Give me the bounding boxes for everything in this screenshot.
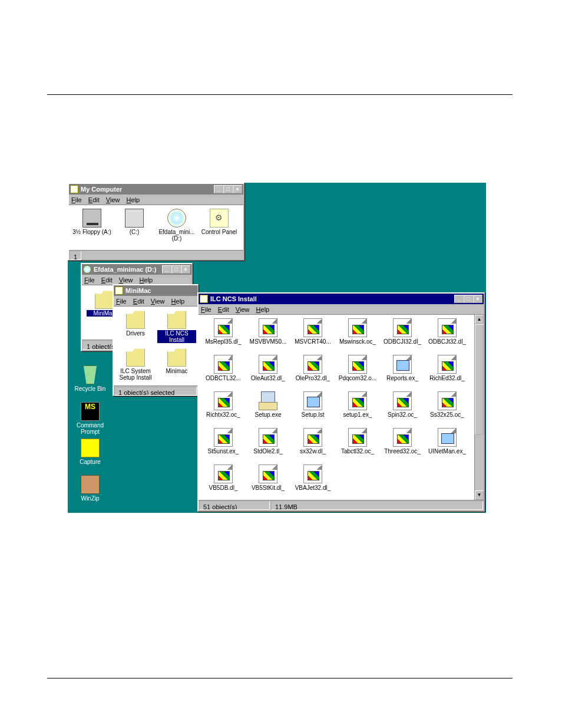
desktop-capture[interactable]: Capture: [72, 439, 108, 465]
folder-drivers[interactable]: Drivers: [116, 310, 155, 337]
icon-label: Spin32.oc_: [381, 411, 424, 418]
maximize-button[interactable]: □: [171, 265, 181, 274]
dll-icon: [259, 465, 277, 483]
icon-label: Tabctl32.oc_: [336, 448, 379, 454]
scroll-up-button[interactable]: ▲: [475, 315, 484, 324]
file-sx32w.dl_[interactable]: sx32w.dl_: [292, 428, 334, 454]
titlebar-minimac[interactable]: MiniMac: [114, 285, 197, 296]
statusbar: 1 object(s) selected: [114, 386, 197, 396]
menu-view[interactable]: View: [106, 196, 120, 203]
title: ILC NCS Install: [210, 294, 257, 304]
floppy-icon: [82, 209, 101, 228]
titlebar-my-computer[interactable]: My Computer _ □ ×: [69, 184, 243, 195]
menu-view[interactable]: View: [151, 298, 165, 305]
file-Richtx32.oc_[interactable]: Richtx32.oc_: [202, 391, 244, 418]
exe-icon: [303, 391, 322, 410]
icon-label: ILC System Setup Install: [116, 368, 155, 381]
file-ODBCJt32.dl_[interactable]: ODBCJt32.dl_: [426, 318, 468, 345]
drive-d[interactable]: Efdata_mini... (D:): [156, 209, 197, 242]
menu-edit[interactable]: Edit: [133, 298, 144, 305]
menu-file[interactable]: File: [116, 298, 127, 305]
recycle-icon: [81, 365, 100, 384]
desktop[interactable]: Recycle BinCommand PromptCaptureWinZip M…: [68, 183, 486, 513]
client-area[interactable]: 3½ Floppy (A:)(C:)Efdata_mini... (D:)Con…: [69, 205, 243, 250]
folder-ilc-ncs-install[interactable]: ILC NCS Install: [157, 310, 196, 343]
file-ODBCJI32.dl_[interactable]: ODBCJI32.dl_: [381, 318, 424, 345]
window-ilc-ncs-install[interactable]: ILC NCS Install _ □ × File Edit View Hel…: [197, 292, 485, 512]
file-Pdqcom32.o...[interactable]: Pdqcom32.o...: [336, 355, 379, 381]
folder-minimac[interactable]: Minimac: [157, 348, 196, 374]
folder-ilc-system-setup[interactable]: ILC System Setup Install: [116, 348, 155, 381]
file-MSVCRT40...[interactable]: MSVCRT40...: [292, 318, 334, 345]
file-VB5StKit.dl_[interactable]: VB5StKit.dl_: [247, 465, 289, 491]
file-Tabctl32.oc_[interactable]: Tabctl32.oc_: [336, 428, 379, 454]
desktop-command-prompt[interactable]: Command Prompt: [72, 402, 108, 435]
menu-edit[interactable]: Edit: [218, 306, 229, 313]
file-setup1.ex_[interactable]: setup1.ex_: [336, 391, 379, 418]
menu-help[interactable]: Help: [171, 298, 185, 305]
close-button[interactable]: ×: [233, 185, 242, 193]
icon-label: Capture: [72, 459, 108, 465]
file-Mswinsck.oc_[interactable]: Mswinsck.oc_: [336, 318, 379, 345]
cpl-icon: [210, 209, 229, 228]
desktop-winzip[interactable]: WinZip: [72, 475, 108, 502]
minimize-button[interactable]: _: [214, 185, 223, 193]
menu-help[interactable]: Help: [140, 276, 153, 284]
titlebar-drive-d[interactable]: Efdata_minimac (D:) _ □ ×: [82, 264, 191, 275]
menu-help[interactable]: Help: [127, 196, 140, 203]
file-VBAJet32.dl_[interactable]: VBAJet32.dl_: [292, 465, 334, 491]
minimize-button[interactable]: _: [454, 295, 464, 303]
minimize-button[interactable]: _: [162, 265, 171, 274]
client-area[interactable]: ▲ ▼ MsRepl35.dl_MSVBVM50...MSVCRT40...Ms…: [199, 315, 484, 500]
close-button[interactable]: ×: [181, 265, 190, 274]
file-St5unst.ex_[interactable]: St5unst.ex_: [202, 428, 244, 454]
file-StdOle2.tl_[interactable]: StdOle2.tl_: [247, 428, 289, 454]
menu-file[interactable]: File: [71, 196, 82, 203]
control-panel[interactable]: Control Panel: [199, 209, 240, 235]
file-Threed32.oc_[interactable]: Threed32.oc_: [381, 428, 424, 454]
icon-label: Reports.ex_: [381, 375, 424, 381]
file-UINetMan.ex_[interactable]: UINetMan.ex_: [426, 428, 468, 454]
icon-label: OleAut32.dl_: [247, 375, 289, 381]
file-OlePro32.dl_[interactable]: OlePro32.dl_: [292, 355, 334, 381]
menu-edit[interactable]: Edit: [88, 196, 100, 203]
file-Reports.ex_[interactable]: Reports.ex_: [381, 355, 424, 381]
cd-icon: [167, 209, 186, 228]
window-my-computer[interactable]: My Computer _ □ × File Edit View Help 3½…: [68, 183, 244, 261]
menubar: File Edit View Help: [114, 296, 197, 307]
maximize-button[interactable]: □: [223, 185, 233, 193]
menu-edit[interactable]: Edit: [101, 276, 113, 284]
file-MsRepl35.dl_[interactable]: MsRepl35.dl_: [202, 318, 244, 345]
file-OleAut32.dl_[interactable]: OleAut32.dl_: [247, 355, 289, 381]
vertical-scrollbar[interactable]: ▲ ▼: [474, 315, 484, 500]
file-MSVBVM50...[interactable]: MSVBVM50...: [247, 318, 289, 345]
file-VB5DB.dl_[interactable]: VB5DB.dl_: [202, 465, 244, 491]
menu-help[interactable]: Help: [256, 306, 270, 313]
close-button[interactable]: ×: [473, 295, 482, 303]
menu-view[interactable]: View: [236, 306, 250, 313]
file-Setup.exe[interactable]: Setup.exe: [247, 391, 289, 418]
scroll-thumb[interactable]: [475, 324, 484, 435]
titlebar-ilc-install[interactable]: ILC NCS Install _ □ ×: [199, 294, 484, 304]
file-Ss32x25.oc_[interactable]: Ss32x25.oc_: [426, 391, 468, 418]
capture-icon: [81, 439, 100, 457]
file-Setup.lst[interactable]: Setup.lst: [292, 391, 334, 418]
file-ODBCTL32...[interactable]: ODBCTL32...: [202, 355, 244, 381]
icon-label: VB5StKit.dl_: [247, 485, 289, 491]
file-Spin32.oc_[interactable]: Spin32.oc_: [381, 391, 424, 418]
client-area[interactable]: DriversILC NCS InstallILC System Setup I…: [114, 307, 197, 386]
file-RichEd32.dl_[interactable]: RichEd32.dl_: [426, 355, 468, 381]
menu-view[interactable]: View: [119, 276, 133, 284]
menu-file[interactable]: File: [201, 306, 211, 313]
menubar: File Edit View Help: [199, 304, 484, 315]
dll-icon: [259, 428, 277, 447]
desktop-recycle-bin[interactable]: Recycle Bin: [72, 365, 108, 392]
scroll-down-button[interactable]: ▼: [475, 490, 484, 500]
exe-icon: [393, 355, 412, 374]
drive-c[interactable]: (C:): [114, 209, 155, 235]
drive-a[interactable]: 3½ Floppy (A:): [71, 209, 113, 235]
menu-file[interactable]: File: [84, 276, 95, 284]
window-minimac[interactable]: MiniMac File Edit View Help DriversILC N…: [113, 284, 199, 396]
maximize-button[interactable]: □: [464, 295, 473, 303]
folder-icon: [95, 290, 114, 309]
